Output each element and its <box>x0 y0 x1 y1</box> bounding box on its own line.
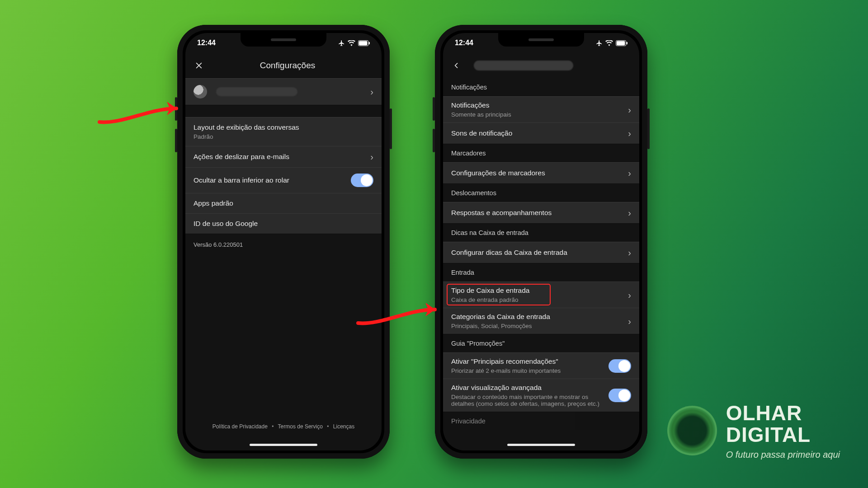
row-notifications-sub: Somente as principais <box>451 111 623 118</box>
wifi-icon <box>348 40 355 46</box>
row-default-apps-label: Apps padrão <box>193 199 373 207</box>
row-default-apps[interactable]: Apps padrão <box>185 193 382 213</box>
status-time: 12:44 <box>455 39 473 47</box>
footer-links: Política de Privacidade • Termos de Serv… <box>185 423 382 430</box>
row-notifications[interactable]: Notificações Somente as principais › <box>443 96 639 122</box>
row-top-recs-sub: Priorizar até 2 e-mails muito importante… <box>451 367 603 374</box>
volume-down-button <box>433 129 435 152</box>
status-time: 12:44 <box>197 39 216 47</box>
row-layout[interactable]: Layout de exibição das conversas Padrão <box>185 117 382 146</box>
row-inbox-type-title: Tipo de Caixa de entrada <box>451 286 529 294</box>
tutorial-canvas: 12:44 Configurações <box>0 0 868 488</box>
row-google-id-label: ID de uso do Google <box>193 220 373 228</box>
account-name-blurred <box>216 87 297 96</box>
home-indicator <box>250 444 317 446</box>
battery-icon <box>616 40 627 46</box>
row-inbox-type-sub: Caixa de entrada padrão <box>451 296 623 303</box>
back-icon[interactable] <box>450 61 463 70</box>
row-categories-title: Categorias da Caixa de entrada <box>451 313 550 320</box>
row-enhanced-title: Ativar visualização avançada <box>451 384 542 391</box>
row-google-id[interactable]: ID de uso do Google <box>185 213 382 234</box>
notch <box>241 33 326 47</box>
screen-left: 12:44 Configurações <box>185 33 382 450</box>
row-swipe-label: Ações de deslizar para e-mails <box>193 153 365 161</box>
app-header: Configurações <box>185 53 382 78</box>
row-enhanced[interactable]: Ativar visualização avançada Destacar o … <box>443 379 639 412</box>
row-hide-bottom[interactable]: Ocultar a barra inferior ao rolar <box>185 167 382 193</box>
row-followups-label: Respostas e acompanhamentos <box>451 209 623 217</box>
version-label: Versão 6.0.220501 <box>185 234 382 255</box>
avatar <box>193 85 207 99</box>
account-email-blurred <box>474 61 573 70</box>
volume-down-button <box>175 129 177 152</box>
row-top-recs-title: Ativar "Principais recomendações" <box>451 357 558 365</box>
chevron-right-icon: › <box>370 87 373 96</box>
row-categories-sub: Principais, Social, Promoções <box>451 323 623 329</box>
toggle-enhanced[interactable] <box>609 389 631 402</box>
wifi-icon <box>605 40 613 46</box>
chevron-right-icon: › <box>628 317 631 326</box>
power-button <box>390 108 392 149</box>
section-movements: Deslocamentos <box>443 184 639 202</box>
phone-right: 12:44 Noti <box>435 25 647 459</box>
callout-arrow-left <box>95 97 190 129</box>
brand-line1: OLHAR <box>726 401 840 425</box>
section-inbox-tips: Dicas na Caixa de entrada <box>443 224 639 242</box>
row-hide-bottom-label: Ocultar a barra inferior ao rolar <box>193 176 345 184</box>
section-notifications: Notificações <box>443 78 639 96</box>
row-marker-settings[interactable]: Configurações de marcadores › <box>443 162 639 184</box>
screen-right: 12:44 Noti <box>443 33 639 450</box>
section-markers: Marcadores <box>443 144 639 162</box>
section-privacy: Privacidade <box>443 412 639 430</box>
brand-logo: OLHAR DIGITAL O futuro passa primeiro aq… <box>667 401 840 460</box>
row-sounds[interactable]: Sons de notificação › <box>443 122 639 144</box>
callout-arrow-right <box>354 298 448 330</box>
toggle-top-recs[interactable] <box>609 359 631 373</box>
row-sounds-label: Sons de notificação <box>451 129 623 137</box>
link-licenses[interactable]: Licenças <box>333 423 354 430</box>
chevron-right-icon: › <box>628 248 631 257</box>
brand-logo-icon <box>667 406 717 455</box>
account-row[interactable]: › <box>185 78 382 105</box>
page-title: Configurações <box>201 61 374 70</box>
row-configure-tips-label: Configurar dicas da Caixa de entrada <box>451 249 623 257</box>
brand-tagline: O futuro passa primeiro aqui <box>726 450 840 460</box>
link-terms[interactable]: Termos de Serviço <box>278 423 323 430</box>
app-header <box>443 53 639 78</box>
row-inbox-type[interactable]: Tipo de Caixa de entrada Caixa de entrad… <box>443 282 639 308</box>
battery-icon <box>358 40 370 46</box>
phone-left: 12:44 Configurações <box>177 25 390 459</box>
row-layout-sub: Padrão <box>193 133 373 140</box>
row-categories[interactable]: Categorias da Caixa de entrada Principai… <box>443 308 639 334</box>
volume-up-button <box>433 97 435 121</box>
svg-rect-5 <box>617 41 625 45</box>
home-indicator <box>507 444 575 446</box>
row-enhanced-sub: Destacar o conteúdo mais importante e mo… <box>451 394 603 407</box>
link-privacy[interactable]: Política de Privacidade <box>212 423 268 430</box>
chevron-right-icon: › <box>370 152 373 161</box>
row-configure-tips[interactable]: Configurar dicas da Caixa de entrada › <box>443 242 639 263</box>
section-promos-guide: Guia "Promoções" <box>443 334 639 352</box>
section-inbox: Entrada <box>443 263 639 282</box>
svg-rect-1 <box>369 42 370 44</box>
row-marker-settings-label: Configurações de marcadores <box>451 169 623 177</box>
row-top-recs[interactable]: Ativar "Principais recomendações" Priori… <box>443 352 639 379</box>
chevron-right-icon: › <box>628 129 631 138</box>
row-swipe[interactable]: Ações de deslizar para e-mails › <box>185 146 382 167</box>
chevron-right-icon: › <box>628 169 631 178</box>
airplane-icon <box>338 40 345 47</box>
svg-rect-4 <box>627 42 627 44</box>
row-notifications-title: Notificações <box>451 101 489 109</box>
brand-line2: DIGITAL <box>726 422 840 447</box>
svg-rect-2 <box>359 41 368 45</box>
chevron-right-icon: › <box>628 208 631 217</box>
chevron-right-icon: › <box>628 291 631 300</box>
row-followups[interactable]: Respostas e acompanhamentos › <box>443 202 639 224</box>
toggle-hide-bottom[interactable] <box>351 174 373 187</box>
power-button <box>647 108 650 149</box>
chevron-right-icon: › <box>628 105 631 114</box>
notch <box>498 33 584 47</box>
row-layout-title: Layout de exibição das conversas <box>193 123 299 131</box>
airplane-icon <box>596 40 603 47</box>
